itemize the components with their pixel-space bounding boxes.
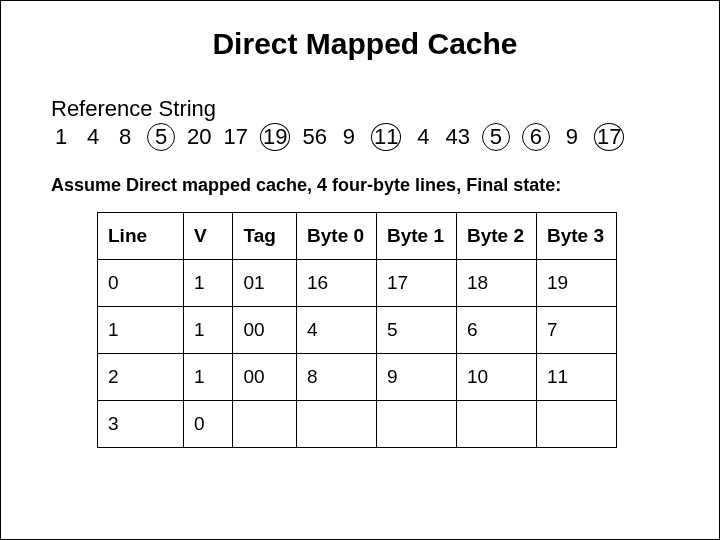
cell-tag: 01 — [233, 259, 297, 306]
ref-item: 1 — [51, 123, 71, 151]
ref-item: 43 — [445, 123, 469, 151]
reference-string-values: 1 4 8 5 20 17 19 56 9 11 4 43 5 6 9 17 — [51, 123, 679, 151]
cell-byte1: 17 — [377, 259, 457, 306]
cell-byte3 — [536, 400, 616, 447]
cell-byte3: 19 — [536, 259, 616, 306]
assumption-text: Assume Direct mapped cache, 4 four-byte … — [51, 175, 679, 196]
table-header-row: Line V Tag Byte 0 Byte 1 Byte 2 Byte 3 — [98, 212, 617, 259]
ref-item: 17 — [223, 123, 247, 151]
cell-tag: 00 — [233, 353, 297, 400]
cell-byte2: 10 — [456, 353, 536, 400]
cell-v: 1 — [184, 353, 233, 400]
cell-tag — [233, 400, 297, 447]
cell-tag: 00 — [233, 306, 297, 353]
ref-item: 9 — [339, 123, 359, 151]
cell-v: 1 — [184, 306, 233, 353]
cell-v: 1 — [184, 259, 233, 306]
ref-item: 9 — [562, 123, 582, 151]
cell-line: 2 — [98, 353, 184, 400]
header-tag: Tag — [233, 212, 297, 259]
slide: Direct Mapped Cache Reference String 1 4… — [0, 0, 720, 540]
cell-byte1: 5 — [377, 306, 457, 353]
ref-item: 20 — [187, 123, 211, 151]
cell-byte0 — [297, 400, 377, 447]
header-byte2: Byte 2 — [456, 212, 536, 259]
header-byte1: Byte 1 — [377, 212, 457, 259]
cell-byte0: 16 — [297, 259, 377, 306]
cell-byte0: 4 — [297, 306, 377, 353]
cell-byte3: 11 — [536, 353, 616, 400]
cell-byte1: 9 — [377, 353, 457, 400]
table-row: 1 1 00 4 5 6 7 — [98, 306, 617, 353]
cell-byte0: 8 — [297, 353, 377, 400]
ref-item: 4 — [413, 123, 433, 151]
table-row: 2 1 00 8 9 10 11 — [98, 353, 617, 400]
reference-string-label: Reference String — [51, 95, 679, 123]
ref-item: 4 — [83, 123, 103, 151]
ref-item: 56 — [302, 123, 326, 151]
cell-byte1 — [377, 400, 457, 447]
ref-item-circled: 5 — [482, 123, 510, 151]
cell-byte2: 6 — [456, 306, 536, 353]
ref-item-circled: 11 — [371, 123, 401, 151]
cell-byte2 — [456, 400, 536, 447]
ref-item-circled: 17 — [594, 123, 624, 151]
cell-line: 3 — [98, 400, 184, 447]
cell-byte3: 7 — [536, 306, 616, 353]
reference-string-block: Reference String 1 4 8 5 20 17 19 56 9 1… — [51, 95, 679, 151]
table-row: 3 0 — [98, 400, 617, 447]
header-v: V — [184, 212, 233, 259]
ref-item-circled: 5 — [147, 123, 175, 151]
cell-line: 0 — [98, 259, 184, 306]
ref-item: 8 — [115, 123, 135, 151]
cell-line: 1 — [98, 306, 184, 353]
header-byte3: Byte 3 — [536, 212, 616, 259]
cell-v: 0 — [184, 400, 233, 447]
header-line: Line — [98, 212, 184, 259]
header-byte0: Byte 0 — [297, 212, 377, 259]
page-title: Direct Mapped Cache — [51, 27, 679, 61]
cache-table: Line V Tag Byte 0 Byte 1 Byte 2 Byte 3 0… — [97, 212, 617, 448]
ref-item-circled: 19 — [260, 123, 290, 151]
table-row: 0 1 01 16 17 18 19 — [98, 259, 617, 306]
ref-item-circled: 6 — [522, 123, 550, 151]
cell-byte2: 18 — [456, 259, 536, 306]
